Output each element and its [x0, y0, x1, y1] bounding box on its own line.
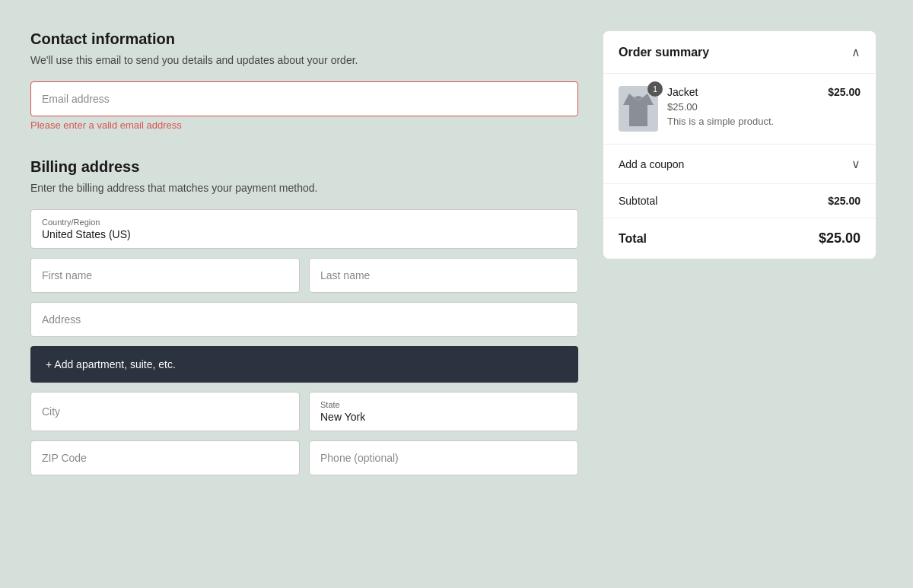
contact-title: Contact information — [30, 30, 578, 48]
right-column: Order summary ∧ 1 Jacket — [603, 30, 876, 475]
item-description: This is a simple product. — [667, 116, 819, 127]
order-summary-box: Order summary ∧ 1 Jacket — [603, 30, 876, 259]
subtotal-value: $25.00 — [828, 195, 861, 207]
first-name-input[interactable] — [30, 258, 300, 293]
zip-phone-row — [30, 440, 578, 475]
state-select[interactable]: State New York — [309, 392, 578, 431]
name-row — [30, 258, 578, 293]
country-select[interactable]: Country/Region United States (US) — [30, 209, 578, 249]
subtotal-label: Subtotal — [619, 195, 657, 207]
order-summary-header[interactable]: Order summary ∧ — [603, 31, 876, 74]
total-label: Total — [619, 232, 647, 246]
phone-input[interactable] — [309, 440, 578, 475]
order-summary-title: Order summary — [619, 46, 709, 59]
item-name: Jacket — [667, 86, 819, 98]
left-column: Contact information We'll use this email… — [30, 30, 578, 475]
email-wrapper: Please enter a valid email address — [30, 81, 578, 131]
country-value: United States (US) — [42, 228, 131, 240]
city-input[interactable] — [30, 392, 300, 431]
item-details: Jacket $25.00 This is a simple product. — [667, 86, 819, 127]
jacket-svg — [623, 90, 654, 128]
zip-input[interactable] — [30, 440, 300, 475]
item-price-right: $25.00 — [828, 86, 861, 98]
country-field[interactable]: Country/Region United States (US) — [30, 209, 578, 249]
address-input[interactable] — [30, 302, 578, 337]
total-row: Total $25.00 — [603, 218, 876, 259]
order-item: 1 Jacket $25.00 This is a simple product… — [603, 74, 876, 145]
item-price-sub: $25.00 — [667, 101, 819, 113]
address-wrapper — [30, 302, 578, 337]
last-name-input[interactable] — [309, 258, 578, 293]
billing-title: Billing address — [30, 158, 578, 176]
subtotal-row: Subtotal $25.00 — [603, 184, 876, 218]
item-image-wrapper: 1 — [619, 86, 658, 132]
contact-subtitle: We'll use this email to send you details… — [30, 54, 578, 66]
country-label: Country/Region — [42, 218, 567, 227]
chevron-down-icon: ∨ — [851, 157, 861, 171]
billing-section: Billing address Enter the billing addres… — [30, 158, 578, 475]
coupon-row[interactable]: Add a coupon ∨ — [603, 145, 876, 184]
billing-subtitle: Enter the billing address that matches y… — [30, 182, 578, 194]
chevron-up-icon: ∧ — [851, 45, 861, 59]
add-apartment-button[interactable]: + Add apartment, suite, etc. — [30, 346, 578, 383]
state-label: State — [320, 400, 567, 409]
coupon-label: Add a coupon — [619, 158, 684, 170]
total-value: $25.00 — [819, 230, 861, 246]
city-state-row: State New York — [30, 392, 578, 431]
state-value: New York — [320, 411, 365, 423]
item-badge: 1 — [647, 81, 663, 97]
email-error-text: Please enter a valid email address — [30, 119, 578, 131]
email-input[interactable] — [30, 81, 578, 116]
